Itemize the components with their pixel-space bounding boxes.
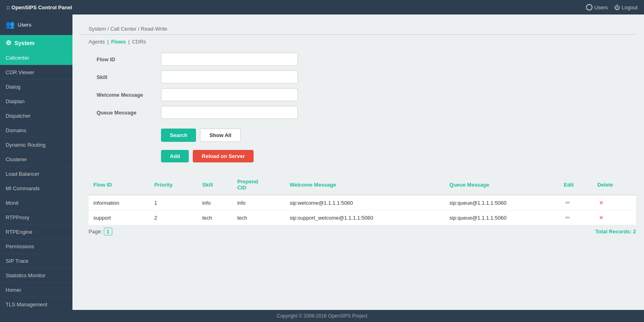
sidebar-item-load-balancer[interactable]: Load Balancer — [0, 167, 72, 181]
sidebar-item-dialog-label: Dialog — [6, 84, 21, 90]
form-row-queue-message: Queue Message — [97, 106, 620, 119]
form-row-flow-id: Flow ID — [97, 53, 620, 66]
cell-edit: ✏ — [559, 210, 592, 225]
sidebar-item-rtpengine[interactable]: RTPEngine — [0, 225, 72, 239]
sidebar-item-callcenter[interactable]: Callcenter — [0, 51, 72, 65]
show-all-button[interactable]: Show All — [200, 129, 240, 142]
flow-id-label: Flow ID — [97, 56, 161, 62]
cell-delete: ✕ — [592, 195, 636, 210]
form-section: Flow ID Skill Welcome Message Queue Mess… — [80, 49, 636, 175]
sidebar-item-mi-commands-label: MI Commands — [6, 185, 40, 191]
sidebar-item-permissions[interactable]: Permissions — [0, 239, 72, 254]
sidebar-item-cdr-viewer-label: CDR Viewer — [6, 69, 34, 75]
reload-on-server-button[interactable]: Reload on Server — [193, 150, 254, 162]
tab-flows[interactable]: Flows — [111, 39, 126, 45]
add-button[interactable]: Add — [161, 150, 189, 162]
sidebar-item-dialplan[interactable]: Dialplan — [0, 94, 72, 109]
page-label: Page: — [89, 229, 102, 235]
welcome-message-label: Welcome Message — [97, 92, 161, 98]
main-content: System / Call Center / Read-Write Agents… — [72, 15, 644, 310]
tabs: Agents | Flows | CDRs — [80, 35, 636, 49]
cell-prepend-cid: tech — [232, 210, 285, 225]
logout-button[interactable]: ⏻ Logout — [614, 4, 638, 10]
sidebar-item-domains[interactable]: Domains — [0, 123, 72, 138]
delete-button[interactable]: ✕ — [597, 214, 605, 222]
sidebar-item-dialplan-label: Dialplan — [6, 98, 25, 104]
cell-prepend-cid: info — [232, 195, 285, 210]
sidebar-item-statistics-monitor-label: Statistics Monitor — [6, 272, 45, 278]
users-label: Users — [594, 4, 608, 10]
col-edit: Edit — [559, 175, 592, 195]
total-records-label: Total Records: — [595, 229, 633, 235]
form-row-welcome-message: Welcome Message — [97, 88, 620, 101]
sidebar-item-mi-commands[interactable]: MI Commands — [0, 181, 72, 196]
edit-button[interactable]: ✏ — [564, 199, 572, 207]
system-icon: ⚙ — [6, 39, 11, 47]
sidebar-item-monit-label: Monit — [6, 200, 19, 206]
user-circle-icon — [586, 4, 592, 10]
queue-message-label: Queue Message — [97, 110, 161, 116]
sidebar-item-dispatcher[interactable]: Dispatcher — [0, 109, 72, 123]
cell-priority: 1 — [149, 195, 197, 210]
edit-button[interactable]: ✏ — [564, 214, 572, 222]
col-delete: Delete — [592, 175, 636, 195]
page-1-link[interactable]: 1 — [104, 228, 112, 235]
sidebar-item-dialog[interactable]: Dialog — [0, 80, 72, 94]
cell-delete: ✕ — [592, 210, 636, 225]
tab-agents[interactable]: Agents — [89, 39, 105, 45]
sidebar-item-permissions-label: Permissions — [6, 243, 34, 249]
col-flow-id: Flow ID — [89, 175, 149, 195]
cell-flow-id: support — [89, 210, 149, 225]
breadcrumb: System / Call Center / Read-Write — [80, 20, 636, 35]
sidebar-item-rtpproxy[interactable]: RTPProxy — [0, 210, 72, 225]
cell-flow-id: information — [89, 195, 149, 210]
skill-input[interactable] — [161, 71, 298, 83]
cell-welcome-message: sip:support_welcome@1.1.1.1:5060 — [285, 210, 445, 225]
tab-sep-2: | — [128, 39, 130, 45]
logout-label: Logout — [621, 4, 638, 10]
sidebar-item-users[interactable]: 👥 Users — [0, 15, 72, 35]
sidebar-item-cdr-viewer[interactable]: CDR Viewer — [0, 65, 72, 80]
flows-table: Flow ID Priority Skill PrependCID Welcom… — [89, 175, 636, 225]
queue-message-input[interactable] — [161, 106, 298, 119]
sidebar-item-monit[interactable]: Monit — [0, 196, 72, 210]
col-skill: Skill — [197, 175, 232, 195]
welcome-message-input[interactable] — [161, 88, 298, 101]
power-icon: ⏻ — [614, 4, 620, 10]
cell-skill: info — [197, 195, 232, 210]
sidebar-item-homer[interactable]: Homer — [0, 283, 72, 297]
tab-sep-1: | — [107, 39, 108, 45]
sidebar-item-tls-management[interactable]: TLS Management — [0, 297, 72, 310]
breadcrumb-callcenter[interactable]: Call Center — [110, 26, 136, 32]
sidebar-item-statistics-monitor[interactable]: Statistics Monitor — [0, 268, 72, 283]
sidebar-users-label: Users — [18, 22, 31, 28]
sidebar-item-clusterer[interactable]: Clusterer — [0, 152, 72, 167]
sidebar-item-sip-trace-label: SIP Trace — [6, 258, 29, 264]
sidebar-item-rtpproxy-label: RTPProxy — [6, 214, 29, 220]
sidebar-item-load-balancer-label: Load Balancer — [6, 171, 39, 177]
sidebar-item-dynamic-routing-label: Dynamic Routing — [6, 142, 45, 148]
cell-priority: 2 — [149, 210, 197, 225]
flow-id-input[interactable] — [161, 53, 298, 66]
delete-button[interactable]: ✕ — [597, 199, 605, 207]
sidebar-item-domains-label: Domains — [6, 127, 26, 133]
sidebar-item-dynamic-routing[interactable]: Dynamic Routing — [0, 138, 72, 152]
sidebar-item-sip-trace[interactable]: SIP Trace — [0, 254, 72, 268]
users-button[interactable]: Users — [586, 4, 608, 10]
breadcrumb-system[interactable]: System — [89, 26, 106, 32]
cell-queue-message: sip:queue@1.1.1.1:5060 — [445, 195, 559, 210]
sidebar-item-clusterer-label: Clusterer — [6, 156, 27, 162]
sidebar-system-label: System — [14, 40, 35, 46]
search-button[interactable]: Search — [161, 129, 196, 142]
sidebar-item-system[interactable]: ⚙ System — [0, 35, 72, 51]
tab-cdrs[interactable]: CDRs — [132, 39, 146, 45]
cell-skill: tech — [197, 210, 232, 225]
col-priority: Priority — [149, 175, 197, 195]
pagination-row: Page: 1 Total Records: 2 — [89, 225, 636, 235]
cell-edit: ✏ — [559, 195, 592, 210]
pagination: Page: 1 — [89, 229, 112, 235]
form-row-skill: Skill — [97, 71, 620, 83]
topbar: :: OpenSIPS Control Panel Users ⏻ Logout — [0, 0, 644, 15]
skill-label: Skill — [97, 74, 161, 80]
sidebar-item-rtpengine-label: RTPEngine — [6, 229, 32, 235]
